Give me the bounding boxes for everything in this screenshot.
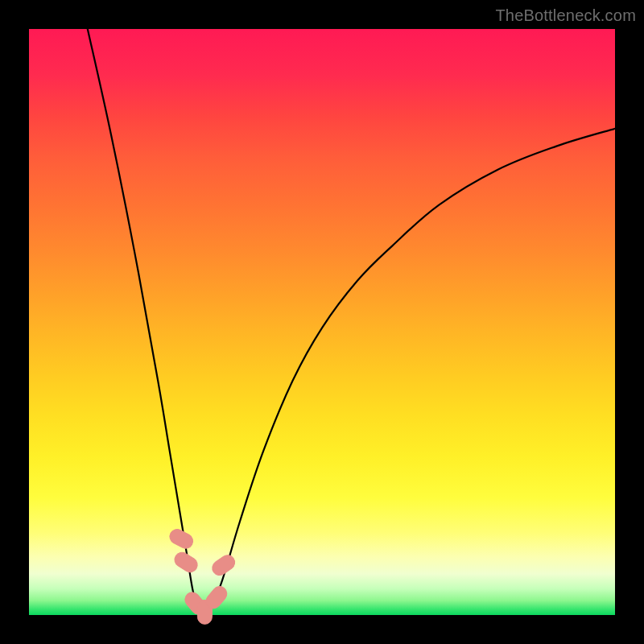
watermark-text: TheBottleneck.com bbox=[495, 6, 636, 25]
curve-marker bbox=[209, 552, 237, 578]
plot-area bbox=[29, 29, 615, 615]
plot-svg bbox=[29, 29, 615, 615]
bottleneck-curve bbox=[88, 29, 615, 615]
curve-marker bbox=[172, 550, 200, 575]
chart-frame: TheBottleneck.com bbox=[0, 0, 644, 644]
curve-markers bbox=[167, 526, 237, 624]
curve-marker bbox=[167, 526, 196, 551]
